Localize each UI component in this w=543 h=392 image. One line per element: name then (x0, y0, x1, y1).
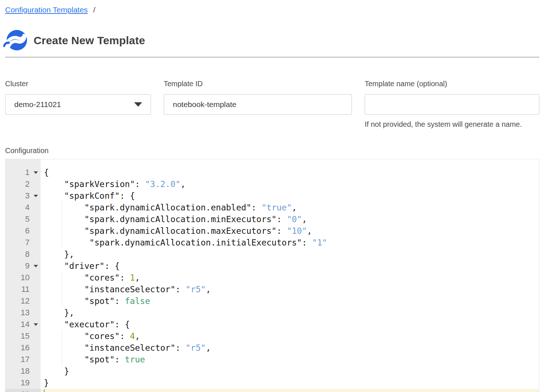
line-number: 16 (5, 342, 41, 354)
code-line[interactable]: }, (41, 307, 539, 319)
indent-guide (62, 283, 62, 295)
template-id-field: Template ID (164, 80, 352, 115)
template-id-input[interactable] (164, 94, 352, 115)
indent-guide (62, 330, 62, 342)
code-token-plain: "cores": (44, 331, 130, 341)
code-token-plain: "sparkVersion": (44, 179, 145, 189)
code-line[interactable]: "spark.dynamicAllocation.maxExecutors": … (41, 225, 539, 237)
line-number: 5 (5, 213, 41, 225)
code-token-plain: , (206, 285, 211, 294)
code-token-plain: "spot": (44, 355, 125, 364)
breadcrumb-link[interactable]: Configuration Templates (5, 5, 88, 14)
code-line[interactable]: "driver": { (41, 260, 539, 272)
line-number: 4 (5, 202, 41, 213)
configuration-label: Configuration (5, 146, 49, 155)
code-token-string: "0" (287, 214, 302, 224)
code-token-string: "r5" (186, 343, 206, 353)
code-token-plain: "instanceSelector": (44, 343, 186, 353)
indent-guide (62, 237, 62, 248)
code-token-number: 1 (130, 273, 135, 282)
line-number: 14 (5, 319, 41, 330)
editor-gutter: 1234567891011121314151617181920 (5, 159, 41, 392)
line-number: 9 (5, 260, 41, 272)
code-line[interactable]: "spark.dynamicAllocation.initialExecutor… (41, 237, 539, 248)
code-line[interactable] (41, 389, 539, 392)
line-number: 1 (5, 167, 41, 178)
code-token-plain: , (292, 203, 297, 212)
code-token-plain: "sparkConf": { (44, 191, 135, 201)
code-line[interactable]: "instanceSelector": "r5", (41, 342, 539, 354)
code-token-number: 4 (130, 331, 135, 341)
line-number: 6 (5, 225, 41, 237)
code-line[interactable]: "instanceSelector": "r5", (41, 283, 539, 295)
line-number: 18 (5, 365, 41, 377)
line-number: 8 (5, 248, 41, 260)
code-line[interactable]: "spark.dynamicAllocation.minExecutors": … (41, 213, 539, 225)
text-cursor (44, 389, 45, 392)
code-token-plain: , (135, 331, 140, 341)
fold-arrow-icon[interactable] (34, 323, 38, 326)
code-token-plain: "spark.dynamicAllocation.enabled": (44, 203, 261, 212)
page-header: Create New Template (3, 29, 145, 52)
indent-guide (62, 295, 62, 307)
fold-arrow-icon[interactable] (34, 265, 38, 267)
line-number: 12 (5, 295, 41, 307)
line-number: 10 (5, 272, 41, 283)
cluster-field: Cluster demo-211021 (5, 80, 151, 115)
code-token-string: "3.2.0" (145, 179, 181, 189)
breadcrumb-separator: / (93, 5, 95, 14)
header-divider (5, 57, 539, 58)
code-line[interactable]: "cores": 1, (41, 272, 539, 283)
ocean-wave-logo-icon (3, 29, 28, 52)
line-number: 15 (5, 330, 41, 342)
code-line[interactable]: "executor": { (41, 319, 539, 330)
config-editor[interactable]: 1234567891011121314151617181920 { "spark… (5, 159, 539, 392)
code-token-boolean: true (125, 355, 145, 364)
code-line[interactable]: "spot": true (41, 354, 539, 365)
code-line[interactable]: } (41, 365, 539, 377)
code-line[interactable]: "cores": 4, (41, 330, 539, 342)
cluster-select[interactable]: demo-211021 (5, 94, 151, 115)
code-token-string: "10" (287, 226, 307, 236)
code-token-plain: "spot": (44, 296, 125, 306)
code-line[interactable]: { (41, 167, 539, 178)
code-line[interactable]: "spot": false (41, 295, 539, 307)
code-token-string: "true" (261, 203, 292, 212)
code-token-plain: "spark.dynamicAllocation.initialExecutor… (44, 238, 312, 247)
cluster-label: Cluster (5, 80, 151, 88)
indent-guide (62, 272, 62, 283)
code-line[interactable]: "sparkVersion": "3.2.0", (41, 178, 539, 190)
line-number: 19 (5, 377, 41, 389)
line-number: 3 (5, 190, 41, 202)
code-token-plain: , (307, 226, 312, 236)
indent-guide (62, 213, 62, 225)
template-name-label: Template name (optional) (365, 80, 539, 88)
code-token-string: "r5" (186, 285, 206, 294)
editor-code[interactable]: { "sparkVersion": "3.2.0", "sparkConf": … (41, 159, 539, 392)
chevron-down-icon (134, 102, 142, 107)
code-token-plain: "driver": { (44, 261, 120, 271)
line-number: 20 (5, 389, 41, 392)
line-number: 2 (5, 178, 41, 190)
line-number: 7 (5, 237, 41, 248)
code-token-plain: , (206, 343, 211, 353)
template-name-helper-text: If not provided, the system will generat… (365, 120, 539, 129)
code-token-string: "1" (312, 238, 327, 247)
code-line[interactable]: "spark.dynamicAllocation.enabled": "true… (41, 202, 539, 213)
code-token-plain: "executor": { (44, 320, 130, 329)
template-name-input[interactable] (365, 94, 539, 115)
code-line[interactable]: }, (41, 248, 539, 260)
line-number: 13 (5, 307, 41, 319)
code-line[interactable]: "sparkConf": { (41, 190, 539, 202)
code-token-plain: "instanceSelector": (44, 285, 186, 294)
fold-arrow-icon[interactable] (34, 171, 38, 174)
line-number: 17 (5, 354, 41, 365)
code-token-plain: , (181, 179, 186, 189)
code-line[interactable]: } (41, 377, 539, 389)
page-title: Create New Template (34, 34, 145, 47)
code-token-plain: "spark.dynamicAllocation.minExecutors": (44, 214, 287, 224)
code-token-plain: "cores": (44, 273, 130, 282)
template-id-label: Template ID (164, 80, 352, 88)
code-token-plain: } (44, 378, 49, 388)
fold-arrow-icon[interactable] (34, 195, 38, 197)
